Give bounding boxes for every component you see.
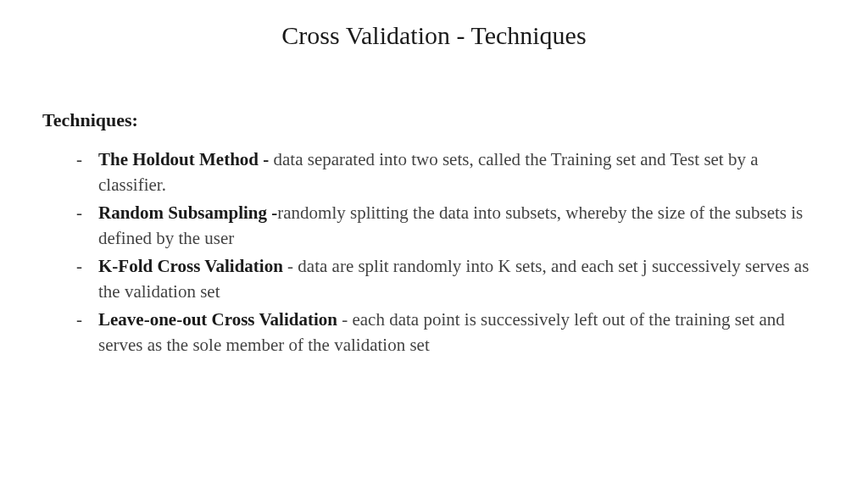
item-name: Random Subsampling - [98,202,277,223]
techniques-list: The Holdout Method - data separated into… [42,147,826,358]
section-heading: Techniques: [42,109,826,131]
item-name: K-Fold Cross Validation [98,256,283,276]
list-item: Random Subsampling -randomly splitting t… [76,200,826,252]
list-item: The Holdout Method - data separated into… [76,147,826,198]
list-item: K-Fold Cross Validation - data are split… [76,253,826,305]
list-item: Leave-one-out Cross Validation - each da… [76,307,826,358]
item-name: The Holdout Method - [98,149,274,169]
item-name: Leave-one-out Cross Validation [98,309,337,330]
slide-title: Cross Validation - Techniques [42,21,826,50]
